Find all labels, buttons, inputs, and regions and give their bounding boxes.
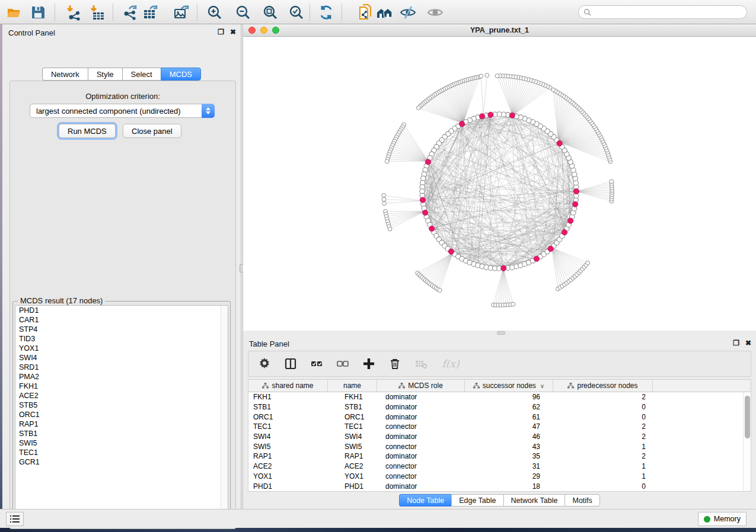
select-all-icon[interactable] [310, 357, 323, 370]
cell-shared-name[interactable]: SWI5 [248, 443, 328, 451]
delete-column-icon[interactable] [388, 357, 401, 370]
result-list-item[interactable]: FKH1 [15, 382, 228, 391]
tab-edge-table[interactable]: Edge Table [451, 494, 503, 507]
horizontal-splitter[interactable] [243, 331, 756, 335]
export-image-icon[interactable] [173, 4, 190, 21]
show-columns-icon[interactable] [284, 357, 297, 370]
cell-MCDS-role[interactable]: connector [377, 422, 465, 431]
column-header-name[interactable]: name [328, 380, 377, 392]
zoom-selected-icon[interactable] [288, 4, 305, 21]
tab-style[interactable]: Style [88, 68, 122, 81]
result-list-item[interactable]: SWI4 [15, 353, 228, 363]
splitter-handle[interactable] [497, 331, 505, 335]
scrollbar-thumb[interactable] [745, 396, 750, 438]
result-list-item[interactable]: STB5 [15, 400, 228, 410]
cell-successor-nodes[interactable]: 46 [465, 432, 553, 441]
cell-predecessor-nodes[interactable]: 2 [553, 432, 653, 441]
cell-shared-name[interactable]: YOX1 [248, 472, 328, 480]
cell-successor-nodes[interactable]: 18 [465, 482, 553, 491]
cell-predecessor-nodes[interactable]: 0 [553, 413, 653, 421]
network-overview-icon[interactable] [376, 4, 393, 21]
cell-predecessor-nodes[interactable]: 2 [553, 422, 653, 431]
result-list-item[interactable]: YOX1 [15, 344, 228, 353]
close-panel-icon[interactable]: ✖ [230, 28, 236, 36]
cell-successor-nodes[interactable]: 43 [465, 443, 553, 451]
cell-shared-name[interactable]: TEC1 [248, 422, 328, 431]
zoom-in-icon[interactable] [206, 4, 223, 21]
cell-predecessor-nodes[interactable]: 2 [553, 393, 653, 401]
table-row[interactable]: FKH1FKH1dominator962 [248, 392, 751, 402]
cell-name[interactable]: STB1 [328, 403, 377, 411]
window-close-icon[interactable] [248, 27, 256, 34]
column-header-shared-name[interactable]: shared name [248, 380, 328, 392]
cell-shared-name[interactable]: ORC1 [248, 413, 328, 421]
table-options-icon[interactable] [258, 357, 271, 370]
cell-successor-nodes[interactable]: 62 [465, 403, 553, 411]
table-row[interactable]: ACE2ACE2connector311 [248, 462, 751, 472]
result-list-item[interactable]: ORC1 [15, 410, 228, 419]
cell-name[interactable]: FKH1 [328, 393, 377, 401]
cell-predecessor-nodes[interactable]: 0 [553, 482, 653, 491]
run-mcds-button[interactable]: Run MCDS [59, 124, 116, 138]
cell-MCDS-role[interactable]: dominator [377, 452, 465, 460]
zoom-out-icon[interactable] [235, 4, 251, 21]
cell-name[interactable]: RAP1 [328, 452, 377, 460]
memory-button[interactable]: Memory [698, 512, 747, 526]
cell-name[interactable]: ORC1 [328, 413, 377, 421]
save-session-icon[interactable] [30, 4, 46, 21]
search-input[interactable] [592, 8, 742, 17]
cell-MCDS-role[interactable]: connector [377, 462, 465, 470]
tab-motifs[interactable]: Motifs [564, 494, 599, 507]
cell-successor-nodes[interactable]: 29 [465, 472, 553, 480]
close-panel-button[interactable]: Close panel [123, 124, 181, 138]
float-window-icon[interactable]: ❐ [733, 339, 739, 347]
table-row[interactable]: PHD1PHD1dominator180 [248, 481, 751, 491]
table-row[interactable]: TEC1TEC1connector472 [248, 422, 751, 432]
result-list-item[interactable]: PMA2 [15, 372, 228, 382]
table-row[interactable]: ORC1ORC1dominator610 [248, 412, 751, 422]
cell-MCDS-role[interactable]: dominator [377, 432, 465, 441]
refresh-layout-icon[interactable] [318, 4, 334, 21]
zoom-fit-icon[interactable] [262, 4, 279, 21]
window-minimize-icon[interactable] [260, 27, 267, 34]
cell-successor-nodes[interactable]: 47 [465, 422, 553, 431]
result-list-item[interactable]: SWI5 [15, 438, 228, 448]
column-header-predecessor-nodes[interactable]: predecessor nodes [553, 380, 653, 392]
result-list-item[interactable]: ACE2 [15, 391, 228, 400]
network-graph-canvas[interactable] [243, 37, 756, 331]
cell-shared-name[interactable]: PHD1 [248, 482, 328, 491]
column-header-MCDS-role[interactable]: MCDS role [377, 380, 465, 392]
table-row[interactable]: SWI5SWI5connector431 [248, 441, 751, 451]
result-scrollbar[interactable] [221, 306, 228, 518]
cell-name[interactable]: SWI4 [328, 432, 377, 441]
cell-shared-name[interactable]: STB1 [248, 403, 328, 411]
cell-successor-nodes[interactable]: 61 [465, 413, 553, 421]
import-table-icon[interactable] [89, 4, 106, 21]
cell-predecessor-nodes[interactable]: 2 [553, 452, 653, 460]
table-row[interactable]: SWI4SWI4dominator462 [248, 432, 751, 442]
cell-shared-name[interactable]: RAP1 [248, 452, 328, 460]
result-list-item[interactable]: CAR1 [15, 315, 228, 325]
tab-select[interactable]: Select [122, 68, 161, 81]
table-row[interactable]: YOX1YOX1connector291 [248, 472, 751, 482]
tab-mcds[interactable]: MCDS [161, 68, 201, 81]
tab-node-table[interactable]: Node Table [399, 494, 451, 507]
cell-predecessor-nodes[interactable]: 1 [553, 443, 653, 451]
cell-MCDS-role[interactable]: dominator [377, 482, 465, 491]
hide-graphics-details-icon[interactable] [400, 4, 416, 21]
cell-predecessor-nodes[interactable]: 1 [553, 472, 653, 480]
float-window-icon[interactable]: ❐ [218, 28, 224, 36]
cell-predecessor-nodes[interactable]: 1 [553, 462, 653, 470]
cell-name[interactable]: PHD1 [328, 482, 377, 491]
result-list-item[interactable]: SRD1 [15, 363, 228, 372]
cell-MCDS-role[interactable]: dominator [377, 413, 465, 421]
cell-successor-nodes[interactable]: 96 [465, 393, 553, 401]
cell-successor-nodes[interactable]: 31 [465, 462, 553, 470]
show-panels-list-button[interactable] [6, 512, 24, 526]
table-row[interactable]: RAP1RAP1dominator352 [248, 451, 751, 462]
clone-network-icon[interactable] [357, 4, 374, 21]
show-graphics-details-icon[interactable] [427, 4, 444, 21]
cell-shared-name[interactable]: FKH1 [248, 393, 328, 401]
column-header-successor-nodes[interactable]: successor nodes∨ [465, 380, 553, 392]
export-table-icon[interactable] [142, 4, 159, 21]
